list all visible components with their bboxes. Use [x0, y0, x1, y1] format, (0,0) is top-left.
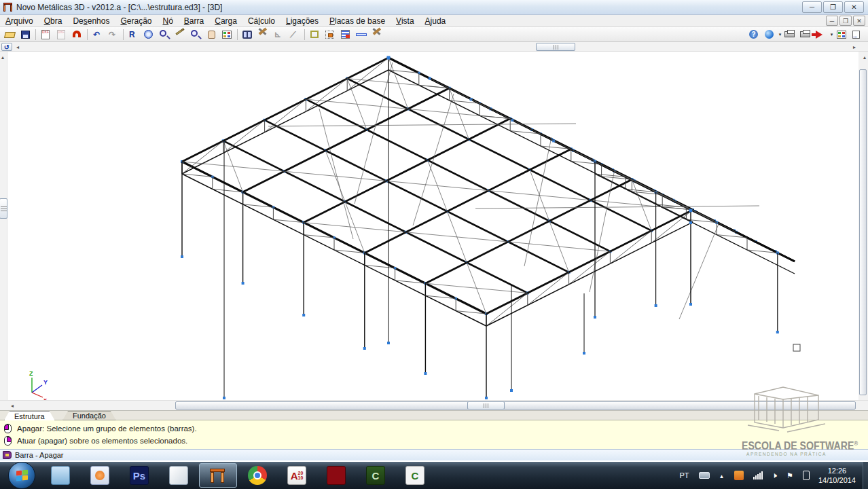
web-icon[interactable] — [763, 29, 777, 41]
snap-line-icon[interactable]: ⟋ — [287, 29, 302, 41]
print-preview-icon[interactable] — [799, 29, 813, 41]
menu-arquivo[interactable]: Arquivo — [0, 16, 39, 26]
tab-estrutura[interactable]: Estrutura — [4, 411, 55, 420]
zoom-extents-icon[interactable] — [142, 29, 156, 41]
network-icon[interactable] — [753, 471, 763, 479]
search-icon[interactable] — [240, 29, 255, 41]
export-dropdown[interactable]: ▾ — [829, 32, 834, 37]
taskbar-app-camtasia[interactable]: C — [357, 463, 395, 488]
java-update-icon[interactable] — [734, 471, 744, 480]
scroll-left-arrow[interactable]: ◂ — [16, 44, 19, 50]
taskbar-app-explorer[interactable] — [41, 463, 79, 488]
view-undo-button[interactable]: ↺ — [1, 43, 12, 51]
clock[interactable]: 12:2614/10/2014 — [818, 466, 856, 485]
taskbar-app-chrome[interactable] — [238, 463, 276, 488]
open-icon[interactable] — [3, 29, 17, 41]
show-hidden-icons[interactable]: ▲ — [719, 471, 725, 479]
tray-date: 14/10/2014 — [818, 475, 856, 485]
keyboard-icon[interactable] — [699, 472, 710, 479]
status-bar: Barra - Apagar — [0, 449, 868, 460]
menu-ajuda[interactable]: Ajuda — [420, 16, 452, 26]
horizontal-scrollbar[interactable]: ◂ — [0, 400, 868, 410]
vertical-scroll-thumb[interactable] — [859, 69, 867, 395]
horizontal-scroll-thumb[interactable] — [175, 401, 856, 410]
capture-magnet-icon[interactable] — [70, 29, 84, 41]
power-icon[interactable] — [803, 471, 810, 480]
menu-cálculo[interactable]: Cálculo — [242, 16, 281, 26]
menu-geração[interactable]: Geração — [115, 16, 157, 26]
menu-ligações[interactable]: Ligações — [281, 16, 324, 26]
pan-grip-horizontal[interactable] — [467, 401, 505, 410]
rotation-grip-horizontal[interactable] — [536, 43, 575, 51]
menu-vista[interactable]: Vista — [391, 16, 419, 26]
pick-box-cursor — [793, 344, 800, 351]
menu-carga[interactable]: Carga — [209, 16, 242, 26]
tab-fundação[interactable]: Fundação — [62, 411, 116, 420]
rotation-grip-vertical[interactable] — [0, 198, 7, 219]
display-config-icon[interactable] — [835, 29, 849, 41]
pan-icon[interactable] — [204, 29, 219, 41]
help-icon[interactable]: ? — [747, 29, 761, 41]
mdi-close-button[interactable]: ✕ — [853, 16, 865, 26]
layers-icon[interactable] — [339, 29, 353, 41]
windows-taskbar: PsA2010CC PT▲🕨⚑12:2614/10/2014 — [0, 462, 868, 489]
menu-obra[interactable]: Obra — [39, 16, 68, 26]
menu-desenhos[interactable]: Desenhos — [67, 16, 115, 26]
redo-icon[interactable]: ↷ — [106, 29, 120, 41]
message-panel: Apagar: Selecione um grupo de elementos … — [0, 420, 868, 449]
axis-label-z: Z — [29, 370, 33, 377]
volume-icon[interactable]: 🕨 — [772, 471, 778, 480]
taskbar-app-media-player[interactable] — [81, 463, 119, 488]
vertical-scrollbar[interactable]: ▴ — [858, 52, 868, 400]
undo-icon[interactable]: ↶ — [90, 29, 105, 41]
start-button[interactable] — [8, 462, 35, 489]
zoom-previous-icon[interactable] — [189, 29, 203, 41]
rotation-scrollbar-horizontal[interactable]: ↺ ◂ ▸ — [0, 42, 868, 52]
language-indicator[interactable]: PT — [680, 471, 689, 479]
scroll-up-arrow-right[interactable]: ▴ — [863, 54, 866, 60]
taskbar-app-acrobat[interactable] — [317, 463, 355, 488]
show-desktop-button[interactable] — [863, 462, 868, 489]
menu-barra[interactable]: Barra — [179, 16, 209, 26]
taskbar-app-camtasia-recorder[interactable]: C — [396, 463, 434, 488]
configuration-tools-icon[interactable] — [370, 29, 384, 41]
rotation-scrollbar-vertical[interactable]: ▴ — [0, 52, 7, 400]
zoom-window-icon[interactable] — [173, 29, 187, 41]
taskbar-app-notepad[interactable] — [160, 463, 198, 488]
orthogonal-icon[interactable]: ⊾ — [272, 29, 286, 41]
application-window: { "window": { "title": "Novo Metálicas 3… — [0, 0, 868, 489]
view-previous-icon[interactable] — [220, 29, 234, 41]
move-icon[interactable] — [256, 29, 270, 41]
model-viewport[interactable]: ZYx — [7, 52, 858, 400]
action-center-flag-icon[interactable]: ⚑ — [786, 471, 793, 480]
hint-text: Atuar (apagar) sobre os elementos seleci… — [17, 437, 187, 445]
close-button[interactable]: ✕ — [844, 1, 864, 13]
redraw-icon[interactable]: R — [126, 29, 141, 41]
selection-icon[interactable] — [323, 29, 338, 41]
window-title: Novo Metálicas 3D - v2012.a - [C:\...\es… — [16, 3, 222, 12]
taskbar-app-metalicas-3d[interactable] — [199, 463, 237, 488]
taskbar-app-photoshop[interactable]: Ps — [120, 463, 158, 488]
minimize-button[interactable]: ─ — [802, 1, 822, 13]
web-dropdown[interactable]: ▾ — [778, 32, 782, 37]
new-window-icon[interactable] — [308, 29, 322, 41]
scroll-up-arrow[interactable]: ▴ — [1, 54, 4, 60]
menu-placas-de-base[interactable]: Placas de base — [324, 16, 391, 26]
view-tabs: EstruturaFundação — [0, 410, 868, 420]
mdi-restore-button[interactable]: ❐ — [839, 16, 852, 26]
zoom-x2-icon[interactable] — [158, 29, 172, 41]
mdi-minimize-button[interactable]: ─ — [826, 16, 838, 26]
scroll-right-arrow[interactable]: ▸ — [853, 44, 856, 50]
import-dxf-icon[interactable]: DXF — [54, 29, 69, 41]
export-icon[interactable] — [814, 29, 829, 41]
export-dxf-icon[interactable]: DXF — [39, 29, 53, 41]
menu-bar: ArquivoObraDesenhosGeraçãoNóBarraCargaCá… — [0, 15, 868, 27]
restore-button[interactable]: ❐ — [823, 1, 843, 13]
print-icon[interactable] — [783, 29, 797, 41]
save-icon[interactable] — [18, 29, 33, 41]
taskbar-app-autocad[interactable]: A2010 — [278, 463, 316, 488]
exit-icon[interactable] — [850, 29, 865, 41]
scroll-left-arrow-bottom[interactable]: ◂ — [11, 403, 14, 409]
measure-icon[interactable] — [355, 29, 369, 41]
menu-nó[interactable]: Nó — [157, 16, 178, 26]
